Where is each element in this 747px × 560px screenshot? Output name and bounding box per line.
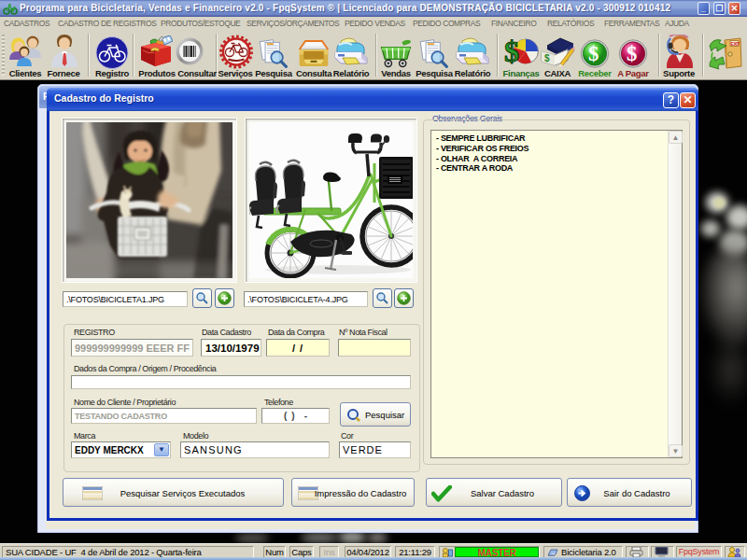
svg-text:EXIT: EXIT: [731, 41, 740, 47]
svg-text:$: $: [627, 42, 637, 65]
svg-text:$: $: [588, 42, 599, 65]
svg-text:$: $: [544, 53, 550, 63]
svg-text:$: $: [504, 35, 519, 68]
